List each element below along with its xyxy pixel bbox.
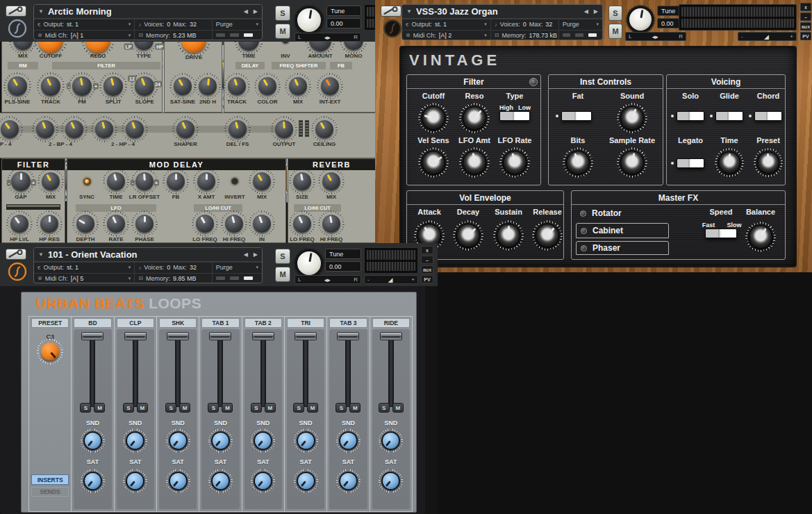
channel-solo-button[interactable]: S bbox=[80, 403, 91, 413]
instrument-title-bar[interactable]: ▼VSS-30 Jazz Organ◀▶ bbox=[402, 5, 602, 19]
hi-freq-knob[interactable] bbox=[322, 215, 340, 233]
fader-handle[interactable] bbox=[252, 332, 274, 340]
tab-phaser[interactable]: Phaser bbox=[576, 241, 669, 255]
chord-switch[interactable] bbox=[754, 111, 782, 121]
channel-mute-button[interactable]: M bbox=[222, 403, 233, 413]
prev-instrument-button[interactable]: ◀ bbox=[584, 8, 588, 15]
fader-track[interactable] bbox=[175, 335, 181, 407]
sound-knob[interactable] bbox=[620, 106, 644, 130]
snd-knob[interactable] bbox=[126, 431, 144, 450]
lo-freq-knob[interactable] bbox=[293, 215, 311, 233]
fader-handle[interactable] bbox=[380, 332, 402, 340]
channel-solo-button[interactable]: S bbox=[335, 403, 347, 413]
dropdown-arrow-icon[interactable]: ▾ bbox=[484, 22, 487, 27]
fader-track[interactable] bbox=[217, 335, 223, 407]
fader-handle[interactable] bbox=[295, 332, 317, 340]
sat-knob[interactable] bbox=[254, 472, 272, 490]
lo-freq-knob[interactable] bbox=[196, 215, 214, 233]
mute-button[interactable]: M bbox=[275, 267, 290, 282]
volume-slider[interactable]: -◢+ bbox=[364, 275, 418, 284]
close-button[interactable]: x bbox=[800, 3, 811, 11]
fader-handle[interactable] bbox=[81, 332, 103, 340]
type-switch[interactable] bbox=[499, 111, 530, 121]
fader-track[interactable] bbox=[388, 335, 394, 407]
prev-instrument-button[interactable]: ◀ bbox=[244, 251, 248, 258]
fader-handle[interactable] bbox=[337, 332, 359, 340]
sends-button[interactable]: SENDS bbox=[31, 487, 69, 497]
purge-cell[interactable]: Purge▾ bbox=[212, 19, 262, 30]
snd-knob[interactable] bbox=[169, 431, 188, 450]
solo-button[interactable]: S bbox=[275, 6, 290, 21]
fader-handle[interactable] bbox=[124, 332, 147, 340]
hp-lvl-knob[interactable] bbox=[10, 215, 28, 233]
aux-button[interactable]: aux bbox=[800, 22, 811, 31]
minimize-button[interactable]: – bbox=[800, 13, 811, 21]
sat-knob[interactable] bbox=[126, 472, 144, 490]
rate-knob[interactable] bbox=[107, 215, 125, 233]
tab-rotator[interactable]: Rotator bbox=[576, 206, 669, 220]
fat-switch[interactable] bbox=[561, 111, 592, 121]
instrument-title-bar[interactable]: ▼Arctic Morning◀▶ bbox=[34, 5, 262, 19]
close-button[interactable]: x bbox=[421, 246, 433, 254]
snd-knob[interactable] bbox=[339, 431, 358, 450]
hp-res-knob[interactable] bbox=[40, 215, 58, 233]
filter-edit-button[interactable] bbox=[529, 78, 538, 86]
tune-knob[interactable] bbox=[627, 6, 654, 33]
legato-switch[interactable] bbox=[677, 158, 704, 168]
channel-solo-button[interactable]: S bbox=[123, 403, 134, 413]
lfo-amt-knob[interactable] bbox=[463, 151, 486, 174]
dropdown-arrow-icon[interactable]: ▾ bbox=[484, 33, 487, 38]
bits-knob[interactable] bbox=[566, 151, 590, 174]
instrument-title-bar[interactable]: ▼101 - Orient Vacation◀▶ bbox=[34, 248, 262, 262]
channel-solo-button[interactable]: S bbox=[208, 403, 219, 413]
prev-instrument-button[interactable]: ◀ bbox=[244, 8, 248, 15]
dropdown-arrow-icon[interactable]: ▾ bbox=[129, 276, 131, 281]
channel-mute-button[interactable]: M bbox=[265, 403, 276, 413]
mute-button[interactable]: M bbox=[275, 24, 290, 39]
pan-control[interactable]: L◂▸R bbox=[295, 33, 361, 42]
tune-value-box[interactable]: 0.00 bbox=[325, 261, 361, 272]
pv-button[interactable]: PV bbox=[421, 275, 433, 283]
lfo-rate-knob[interactable] bbox=[503, 151, 527, 174]
hi-freq-knob[interactable] bbox=[225, 215, 243, 233]
pan-control[interactable]: L◂▸R bbox=[625, 32, 686, 41]
tab-cabinet[interactable]: Cabinet bbox=[576, 223, 669, 238]
glide-switch[interactable] bbox=[715, 111, 743, 121]
purge-cell[interactable]: Purge▾ bbox=[212, 263, 262, 273]
dropdown-arrow-icon[interactable]: ▾ bbox=[129, 33, 131, 38]
channel-mute-button[interactable]: M bbox=[392, 403, 404, 413]
solo-switch[interactable] bbox=[677, 111, 704, 121]
solo-button[interactable]: S bbox=[275, 249, 290, 264]
next-instrument-button[interactable]: ▶ bbox=[254, 8, 258, 15]
purge-cell[interactable]: Purge▾ bbox=[558, 19, 602, 30]
channel-solo-button[interactable]: S bbox=[379, 403, 390, 413]
fader-handle[interactable] bbox=[167, 332, 189, 340]
reso-knob[interactable] bbox=[463, 106, 486, 130]
mute-button[interactable]: M bbox=[608, 24, 622, 39]
balance-knob[interactable] bbox=[749, 225, 772, 249]
phase-knob[interactable] bbox=[135, 215, 154, 233]
speed-switch[interactable] bbox=[705, 229, 737, 238]
wrench-icon[interactable] bbox=[381, 6, 401, 17]
output-cell[interactable]: €Output:st. 1▾ bbox=[34, 19, 134, 30]
sat-knob[interactable] bbox=[297, 472, 315, 490]
volume-plus[interactable]: + bbox=[790, 33, 793, 40]
channel-mute-button[interactable]: M bbox=[307, 403, 318, 413]
sat-knob[interactable] bbox=[83, 472, 102, 490]
midi-cell[interactable]: ⊕Midi Ch:[A] 1▾ bbox=[34, 31, 134, 41]
dropdown-arrow-icon[interactable]: ▾ bbox=[129, 265, 131, 270]
pv-button[interactable]: PV bbox=[800, 32, 811, 40]
snd-knob[interactable] bbox=[211, 431, 230, 450]
preset-knob[interactable] bbox=[757, 151, 779, 174]
channel-mute-button[interactable]: M bbox=[94, 403, 105, 413]
sample-rate-knob[interactable] bbox=[620, 151, 644, 174]
preset-knob[interactable] bbox=[41, 342, 59, 360]
pan-control[interactable]: L◂▸R bbox=[295, 275, 361, 284]
channel-mute-button[interactable]: M bbox=[179, 403, 190, 413]
tune-value-box[interactable]: 0.00 bbox=[326, 18, 361, 28]
volume-plus[interactable]: + bbox=[411, 276, 415, 283]
inserts-button[interactable]: INSERTS bbox=[31, 474, 69, 485]
tune-knob[interactable] bbox=[295, 6, 324, 35]
expand-arrow-icon[interactable]: ▼ bbox=[38, 251, 44, 258]
next-instrument-button[interactable]: ▶ bbox=[254, 251, 258, 258]
